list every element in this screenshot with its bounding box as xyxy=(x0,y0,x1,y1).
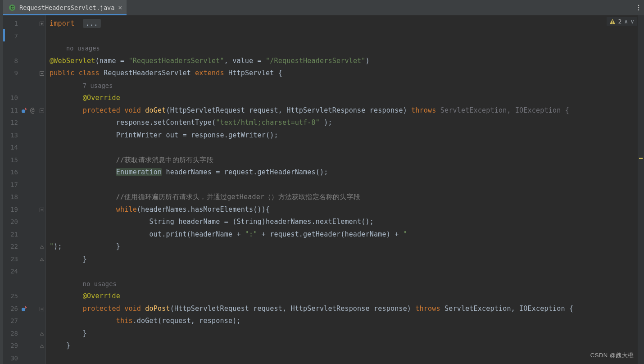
fold-toggle-icon[interactable] xyxy=(40,208,44,212)
gutter-annotation-icon: @ xyxy=(30,106,35,114)
inlay-hint: no usages xyxy=(50,278,117,291)
code-line[interactable]: //获取请求消息中的所有头字段 xyxy=(50,154,213,167)
svg-point-12 xyxy=(22,109,25,113)
code-line[interactable]: public class RequestHeadersServlet exten… xyxy=(50,67,282,80)
fold-toggle-icon[interactable] xyxy=(40,307,44,311)
code-line[interactable]: @WebServlet(name = "RequestHeadersServle… xyxy=(50,55,370,68)
fold-toggle-icon[interactable] xyxy=(40,109,44,113)
left-tool-strip xyxy=(0,0,3,364)
code-line[interactable]: protected void doPost(HttpServletRequest… xyxy=(50,303,573,315)
line-number[interactable]: 9 xyxy=(3,67,18,80)
line-number[interactable]: 17 xyxy=(3,179,18,191)
svg-text:C: C xyxy=(10,5,14,10)
svg-point-2 xyxy=(638,5,639,6)
watermark: CSDN @魏大橙 xyxy=(590,351,634,359)
line-number[interactable]: 20 xyxy=(3,216,18,228)
code-line[interactable]: } xyxy=(50,253,87,266)
error-stripe[interactable] xyxy=(638,15,644,364)
editor-area: 17891011@1213141516171819202122232425262… xyxy=(3,15,644,364)
line-number[interactable]: 11 xyxy=(3,105,18,117)
line-number[interactable]: 30 xyxy=(3,352,18,364)
code-line[interactable]: //使用循环遍历所有请求头，并通过getHeader（）方法获取指定名称的头字段 xyxy=(50,191,360,204)
code-line[interactable]: protected void doGet(HttpServletRequest … xyxy=(50,105,569,117)
code-line[interactable]: @Override xyxy=(50,290,120,303)
fold-toggle-icon[interactable] xyxy=(40,71,44,76)
gutter[interactable]: 17891011@1213141516171819202122232425262… xyxy=(3,15,46,364)
line-number[interactable]: 29 xyxy=(3,340,18,352)
code-area[interactable]: import ... no usages@WebServlet(name = "… xyxy=(46,15,638,364)
line-number[interactable]: 26 xyxy=(3,303,18,315)
inlay-hint: no usages xyxy=(50,42,100,55)
warning-marker[interactable] xyxy=(639,158,643,159)
line-number[interactable]: 15 xyxy=(3,154,18,167)
line-number[interactable]: 23 xyxy=(3,253,18,266)
line-number[interactable]: 12 xyxy=(3,117,18,129)
line-number[interactable]: 18 xyxy=(3,191,18,204)
inspection-down-icon[interactable]: ∨ xyxy=(630,18,634,25)
svg-rect-19 xyxy=(612,23,612,23)
code-line[interactable]: import ... xyxy=(50,18,101,30)
fold-toggle-icon[interactable] xyxy=(40,344,44,348)
code-line[interactable]: } xyxy=(50,328,87,340)
code-line[interactable]: Enumeration headerNames = request.getHea… xyxy=(50,166,328,179)
svg-point-3 xyxy=(638,7,639,9)
override-gutter-icon[interactable] xyxy=(21,107,27,115)
line-number[interactable]: 14 xyxy=(3,141,18,154)
fold-toggle-icon[interactable] xyxy=(40,257,44,262)
line-number[interactable]: 22 xyxy=(3,241,18,253)
code-line[interactable]: String headerName = (String)headerNames.… xyxy=(50,216,374,228)
editor-tab-bar: C RequestHeadersServlet.java × xyxy=(3,0,644,15)
code-line[interactable]: } xyxy=(50,241,120,253)
code-line[interactable]: } xyxy=(50,340,70,352)
code-line[interactable]: out.print(headerName + ":" + request.get… xyxy=(50,228,407,241)
class-file-icon: C xyxy=(9,4,16,11)
code-line[interactable]: while(headerNames.hasMoreElements()){ xyxy=(50,204,270,216)
tab-overflow-button[interactable] xyxy=(633,0,644,15)
code-line[interactable]: this.doGet(request, response); xyxy=(50,315,241,328)
svg-point-4 xyxy=(638,9,639,11)
svg-point-17 xyxy=(22,308,25,311)
line-number[interactable]: 27 xyxy=(3,315,18,328)
code-line[interactable]: @Override xyxy=(50,92,120,105)
code-line[interactable]: PrintWriter out = response.getWriter(); xyxy=(50,129,278,142)
warning-icon xyxy=(609,18,616,25)
close-tab-icon[interactable]: × xyxy=(118,5,122,11)
inspection-widget[interactable]: 2 ∧ ∨ xyxy=(607,17,637,26)
line-number[interactable]: 7 xyxy=(3,30,18,43)
line-number[interactable]: 8 xyxy=(3,55,18,68)
line-number[interactable]: 24 xyxy=(3,265,18,278)
line-number[interactable]: 10 xyxy=(3,92,18,105)
tab-requestheaders[interactable]: C RequestHeadersServlet.java × xyxy=(3,0,127,15)
line-number[interactable]: 21 xyxy=(3,228,18,241)
warning-count: 2 xyxy=(618,18,622,25)
code-line[interactable]: response.setContentType("text/html;chars… xyxy=(50,117,332,129)
line-number[interactable]: 1 xyxy=(3,18,18,30)
svg-rect-18 xyxy=(612,20,612,22)
line-number[interactable]: 25 xyxy=(3,290,18,303)
line-number[interactable]: 16 xyxy=(3,166,18,179)
fold-toggle-icon[interactable] xyxy=(40,332,44,336)
fold-toggle-icon[interactable] xyxy=(40,245,44,249)
fold-toggle-icon[interactable] xyxy=(40,22,44,26)
inlay-hint: 7 usages xyxy=(50,80,113,92)
line-number[interactable]: 19 xyxy=(3,204,18,216)
line-number[interactable]: 28 xyxy=(3,328,18,340)
inspection-up-icon[interactable]: ∧ xyxy=(624,18,628,25)
tab-label: RequestHeadersServlet.java xyxy=(19,4,114,11)
line-number[interactable]: 13 xyxy=(3,129,18,142)
override-gutter-icon[interactable] xyxy=(21,305,27,314)
